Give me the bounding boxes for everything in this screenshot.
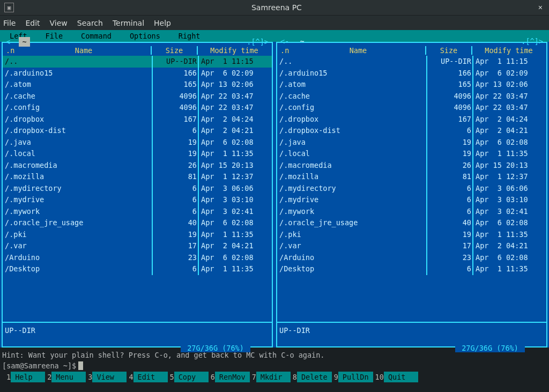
file-row[interactable]: /.oracle_jre_usage40Apr 6 02:08 <box>277 217 546 229</box>
fnkey-number: 3 <box>86 373 92 381</box>
left-panel[interactable]: <- ~ .[^]> .n Name Size Modify time /..U… <box>0 42 274 347</box>
file-row[interactable]: /.arduino15166Apr 6 02:09 <box>277 68 546 79</box>
fnkey-view[interactable]: 3View <box>86 372 127 382</box>
fnkey-menu[interactable]: 2Menu <box>45 372 86 382</box>
file-row[interactable]: /.local19Apr 1 11:35 <box>3 148 272 160</box>
fnkey-pulldn[interactable]: 9PullDn <box>332 372 373 382</box>
col-header-n[interactable]: .n <box>4 46 17 55</box>
file-row[interactable]: /..UP--DIRApr 1 11:15 <box>3 56 272 68</box>
col-header-modify[interactable]: Modify time <box>197 46 271 55</box>
fnkey-delete[interactable]: 8Delete <box>291 372 332 382</box>
file-row[interactable]: /.dropbox-dist6Apr 2 04:21 <box>277 125 546 137</box>
file-row[interactable]: /.atom165Apr 13 02:06 <box>3 79 272 91</box>
file-row[interactable]: /.cache4096Apr 22 03:47 <box>3 91 272 102</box>
file-row[interactable]: /..UP--DIRApr 1 11:15 <box>277 56 546 68</box>
file-name: /.dropbox <box>3 114 152 125</box>
file-row[interactable]: /.mywork6Apr 3 02:41 <box>3 206 272 218</box>
menu-terminal[interactable]: Terminal <box>113 19 144 27</box>
file-row[interactable]: /.java19Apr 6 02:08 <box>3 137 272 149</box>
system-menu-icon[interactable]: ▣ <box>4 3 14 12</box>
file-row[interactable]: /.dropbox167Apr 2 04:24 <box>277 114 546 125</box>
file-row[interactable]: /.macromedia26Apr 15 20:13 <box>3 160 272 172</box>
fnkey-edit[interactable]: 4Edit <box>127 372 167 382</box>
fnkey-quit[interactable]: 10Quit <box>373 372 418 382</box>
file-row[interactable]: /Desktop6Apr 1 11:35 <box>3 263 272 275</box>
col-header-name[interactable]: Name <box>17 46 151 55</box>
fnkey-label: PullDn <box>338 372 373 382</box>
window-title: Samreena PC <box>17 3 536 12</box>
file-size: 17 <box>426 240 472 252</box>
fnkey-help[interactable]: 1Help <box>4 372 45 382</box>
fnkey-mkdir[interactable]: 7Mkdir <box>250 372 291 382</box>
file-row[interactable]: /.local19Apr 1 11:35 <box>277 148 546 160</box>
col-header-size[interactable]: Size <box>151 46 197 55</box>
file-row[interactable]: /.atom165Apr 13 02:06 <box>277 79 546 91</box>
file-row[interactable]: /.arduino15166Apr 6 02:09 <box>3 68 272 79</box>
file-row[interactable]: /.mozilla81Apr 1 12:37 <box>277 171 546 183</box>
close-icon[interactable]: × <box>536 3 545 12</box>
file-row[interactable]: /.config4096Apr 22 03:47 <box>3 102 272 114</box>
fnkey-label: RenMov <box>215 372 250 382</box>
file-row[interactable]: /Arduino23Apr 6 02:08 <box>3 252 272 264</box>
file-row[interactable]: /.cache4096Apr 22 03:47 <box>277 91 546 102</box>
col-header-n[interactable]: .n <box>278 46 291 55</box>
menu-edit[interactable]: Edit <box>25 19 40 27</box>
file-row[interactable]: /.var17Apr 2 04:21 <box>3 240 272 252</box>
file-row[interactable]: /.mydirectory6Apr 3 06:06 <box>277 183 546 195</box>
menu-help[interactable]: Help <box>154 19 171 27</box>
file-row[interactable]: /.dropbox167Apr 2 04:24 <box>3 114 272 125</box>
shell-prompt[interactable]: [sam@Samreena ~]$ <box>2 360 547 371</box>
file-row[interactable]: /.pki19Apr 1 11:35 <box>3 229 272 241</box>
file-row[interactable]: /.java19Apr 6 02:08 <box>277 137 546 149</box>
file-modify-time: Apr 6 02:08 <box>198 252 272 264</box>
right-current-path[interactable]: ~ <box>298 37 307 46</box>
menu-view[interactable]: View <box>50 19 68 27</box>
right-disk-usage: 27G/36G (76%) <box>455 344 525 352</box>
file-modify-time: Apr 1 11:15 <box>472 56 546 68</box>
file-name: /.java <box>277 137 426 149</box>
file-row[interactable]: /.mydirectory6Apr 3 06:06 <box>3 183 272 195</box>
left-current-path[interactable]: ~ <box>19 37 29 47</box>
file-modify-time: Apr 15 20:13 <box>472 160 546 172</box>
file-modify-time: Apr 13 02:06 <box>472 79 546 91</box>
file-modify-time: Apr 3 03:10 <box>198 194 272 206</box>
file-name: /.local <box>3 148 152 160</box>
right-panel[interactable]: <- ~ .[^]> .n Name Size Modify time /..U… <box>274 42 549 347</box>
left-sort-indicator[interactable]: .[^]> <box>247 38 269 46</box>
col-header-size[interactable]: Size <box>425 46 471 55</box>
left-border-lead: <- <box>6 38 14 46</box>
file-size: 19 <box>152 137 198 149</box>
file-size: UP--DIR <box>426 56 472 68</box>
file-name: /.cache <box>277 91 426 102</box>
file-row[interactable]: /.mozilla81Apr 1 12:37 <box>3 171 272 183</box>
file-row[interactable]: /.mydrive6Apr 3 03:10 <box>277 194 546 206</box>
file-row[interactable]: /.pki19Apr 1 11:35 <box>277 229 546 241</box>
file-row[interactable]: /.oracle_jre_usage40Apr 6 02:08 <box>3 217 272 229</box>
fnkey-renmov[interactable]: 6RenMov <box>209 372 250 382</box>
menu-file[interactable]: File <box>3 19 16 27</box>
file-name: /.oracle_jre_usage <box>277 217 426 229</box>
col-header-modify[interactable]: Modify time <box>471 46 545 55</box>
file-row[interactable]: /Arduino23Apr 6 02:08 <box>277 252 546 264</box>
file-row[interactable]: /.dropbox-dist6Apr 2 04:21 <box>3 125 272 137</box>
right-file-list[interactable]: /..UP--DIRApr 1 11:15/.arduino15166Apr 6… <box>277 56 546 322</box>
file-size: 23 <box>426 252 472 264</box>
file-row[interactable]: /.config4096Apr 22 03:47 <box>277 102 546 114</box>
file-modify-time: Apr 1 11:35 <box>198 148 272 160</box>
right-selection-info: UP--DIR <box>279 326 310 335</box>
right-sort-indicator[interactable]: .[^]> <box>521 37 543 46</box>
file-row[interactable]: /Desktop6Apr 1 11:35 <box>277 263 546 275</box>
left-mini-status: UP--DIR 27G/36G (76%) <box>3 322 272 346</box>
file-name: /.config <box>3 102 152 114</box>
file-row[interactable]: /.macromedia26Apr 15 20:13 <box>277 160 546 172</box>
fnkey-number: 4 <box>127 373 133 381</box>
file-row[interactable]: /.mydrive6Apr 3 03:10 <box>3 194 272 206</box>
file-name: /.config <box>277 102 426 114</box>
file-row[interactable]: /.mywork6Apr 3 02:41 <box>277 206 546 218</box>
menu-search[interactable]: Search <box>77 19 103 27</box>
file-row[interactable]: /.var17Apr 2 04:21 <box>277 240 546 252</box>
left-file-list[interactable]: /..UP--DIRApr 1 11:15/.arduino15166Apr 6… <box>3 56 272 322</box>
col-header-name[interactable]: Name <box>291 46 425 55</box>
file-size: 166 <box>152 68 198 79</box>
fnkey-copy[interactable]: 5Copy <box>168 372 209 382</box>
